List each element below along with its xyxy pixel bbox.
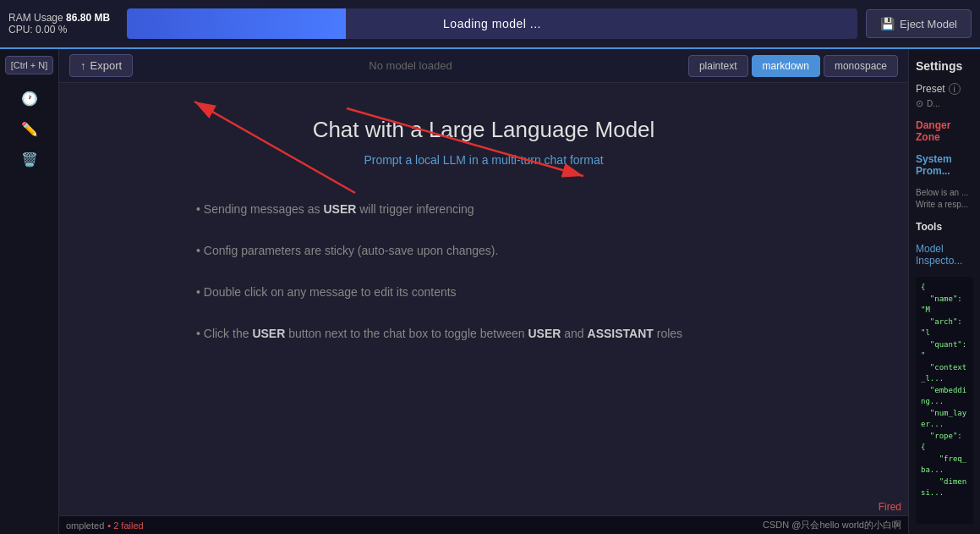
bullet-item-4: • Click the USER button next to the chat… [196,325,771,343]
main-layout: [Ctrl + N] 🕐 ✏️ 🗑️ ↑ Export No model loa… [0,49,980,534]
format-markdown[interactable]: markdown [752,55,820,77]
preset-section: Preset i ⊙ D... [916,83,973,109]
format-monospace[interactable]: monospace [824,55,898,77]
danger-zone-label: Danger Zone [916,119,973,143]
center-area: ↑ Export No model loaded plaintext markd… [59,49,908,534]
preset-circle-icon: ⊙ [916,98,923,109]
chat-subtitle: Prompt a local LLM in a multi-turn chat … [364,153,603,167]
toolbar: ↑ Export No model loaded plaintext markd… [59,49,908,83]
new-chat-button[interactable]: [Ctrl + N] [5,56,54,74]
json-preview: { "name": "M "arch": "l "quant": " "cont… [916,277,973,524]
bullet-item-2: • Config parameters are sticky (auto-sav… [196,242,771,260]
system-prompt-preview: Below is an ... Write a resp... [916,187,973,211]
system-prompt-label: System Prom... [916,153,973,177]
status-bar: ompleted • 2 failed CSDN @只会hello world的… [59,515,908,534]
eject-model-button[interactable]: 💾 Eject Model [866,9,972,38]
trash-icon[interactable]: 🗑️ [18,147,41,171]
export-button[interactable]: ↑ Export [69,54,133,77]
tools-label: Tools [916,221,973,233]
bullet-item-1: • Sending messages as USER will trigger … [196,201,771,218]
model-inspector-label: Model Inspecto... [916,243,973,267]
bullet-item-3: • Double click on any message to edit it… [196,284,771,301]
left-icon-group: 🕐 ✏️ 🗑️ [18,86,41,171]
chat-bullets: • Sending messages as USER will trigger … [196,201,771,343]
chat-title: Chat with a Large Language Model [313,117,655,143]
right-sidebar: Settings Preset i ⊙ D... Danger Zone Sys… [908,49,980,534]
chat-content: Chat with a Large Language Model Prompt … [59,83,908,534]
loading-bar-fill [127,8,346,39]
model-status: No model loaded [140,59,682,72]
eject-icon: 💾 [880,17,895,30]
export-label: Export [90,59,123,72]
top-bar: RAM Usage 86.80 MB CPU: 0.00 % Loading m… [0,0,980,49]
edit-icon[interactable]: ✏️ [18,117,41,140]
ram-cpu-display: RAM Usage 86.80 MB CPU: 0.00 % [8,12,118,36]
preset-text: D... [927,99,940,108]
format-plaintext[interactable]: plaintext [688,55,748,77]
preset-value: ⊙ D... [916,98,973,109]
loading-bar-text: Loading model ... [443,17,541,30]
clock-icon[interactable]: 🕐 [18,86,41,110]
fired-label: Fired [879,501,901,513]
format-buttons: plaintext markdown monospace [688,55,898,77]
export-icon: ↑ [80,59,86,72]
loading-progress-bar: Loading model ... [127,8,857,39]
eject-label: Eject Model [900,18,957,30]
status-completed: ompleted [66,520,104,531]
preset-info-icon[interactable]: i [949,83,961,95]
status-failed: • 2 failed [107,520,143,531]
preset-label: Preset i [916,83,973,95]
left-sidebar: [Ctrl + N] 🕐 ✏️ 🗑️ [0,49,59,534]
ram-label: RAM Usage 86.80 MB [8,12,118,24]
status-right-text: CSDN @只会hello world的小白啊 [763,519,901,531]
cpu-label: CPU: 0.00 % [8,24,118,36]
settings-title: Settings [916,59,973,73]
